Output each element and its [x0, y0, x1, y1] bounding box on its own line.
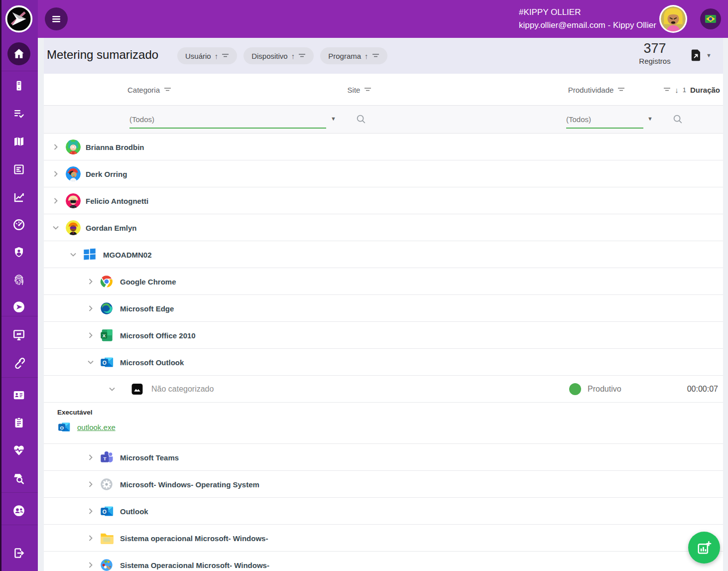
produtividade-filter-select[interactable]: (Todos)	[566, 111, 643, 129]
chevron-right-icon[interactable]	[86, 479, 96, 489]
excel-icon: X	[100, 328, 114, 342]
executable-file-link[interactable]: outlook.exe	[77, 423, 116, 431]
sidebar-item-logout[interactable]	[7, 542, 30, 565]
sidebar-item-gauge[interactable]	[7, 213, 30, 236]
user-row-felicio[interactable]: Felicio Antognetti	[44, 187, 723, 214]
send-circle-icon	[12, 300, 25, 313]
column-header-produtividade[interactable]: Produtividade	[537, 74, 656, 106]
filter-icon	[372, 53, 379, 59]
program-row-sistema-operacional-1[interactable]: Sistema operacional Microsoft- Windows-	[44, 525, 723, 552]
add-report-fab[interactable]	[688, 532, 720, 564]
chevron-down-icon[interactable]: ▼	[647, 116, 653, 122]
menu-button[interactable]	[45, 7, 68, 30]
avatar	[66, 220, 81, 235]
shield-account-icon	[13, 246, 25, 258]
sort-chip-usuario[interactable]: Usuário ↑	[177, 47, 237, 64]
program-row-edge[interactable]: Microsoft Edge	[44, 295, 723, 322]
program-row-windows-os[interactable]: Microsoft- Windows- Operating System	[44, 471, 723, 498]
sidebar-item-reports[interactable]	[7, 158, 30, 181]
avatar-kippy-icon	[661, 6, 686, 31]
link-icon	[12, 356, 25, 369]
sort-chip-programa[interactable]: Programa ↑	[320, 47, 387, 64]
program-row-sistema-operacional-2[interactable]: Sistema Operacional Microsoft- Windows-	[44, 552, 723, 571]
sidebar-item-fingerprint[interactable]	[7, 269, 30, 291]
chevron-right-icon[interactable]	[86, 330, 96, 340]
chevron-down-icon[interactable]	[107, 384, 117, 394]
list-check-icon	[13, 108, 25, 120]
metering-table: Categoria Site Produtividade ↓1 Duração	[44, 74, 723, 571]
sidebar-item-groups[interactable]	[7, 499, 30, 522]
svg-text:O: O	[60, 425, 64, 430]
records-counter: 377 Registros	[632, 41, 677, 65]
sidebar-item-devices[interactable]	[7, 74, 30, 97]
executable-detail: Executável O outlook.exe	[44, 403, 723, 444]
search-page-icon	[12, 472, 25, 485]
categoria-filter-select[interactable]: (Todos)	[129, 111, 326, 129]
user-avatar[interactable]	[659, 5, 687, 33]
sidebar-item-trend-chart[interactable]	[7, 186, 30, 209]
program-row-office2010[interactable]: X Microsoft Office 2010	[44, 322, 723, 349]
sort-chip-dispositivo[interactable]: Dispositivo ↑	[243, 47, 314, 64]
records-label: Registros	[632, 57, 677, 65]
column-header-site[interactable]: Site	[310, 74, 409, 106]
category-row-nao-categorizado[interactable]: Não categorizado Produtivo 00:00:07	[44, 376, 723, 403]
user-row-brianna[interactable]: Brianna Brodbin	[44, 134, 723, 160]
sidebar-item-sender[interactable]	[7, 295, 30, 318]
avatar	[66, 140, 81, 154]
filter-icon[interactable]	[364, 87, 371, 93]
program-row-outlook[interactable]: O Microsoft Outlook	[44, 349, 723, 376]
column-header-duracao[interactable]: ↓1 Duração	[663, 74, 720, 106]
chevron-down-icon: ▼	[706, 52, 712, 58]
filter-icon[interactable]	[663, 87, 671, 93]
chart-add-icon	[697, 540, 712, 555]
sidebar-item-contact-card[interactable]	[7, 384, 30, 407]
chevron-down-icon[interactable]	[51, 223, 61, 233]
chevron-right-icon[interactable]	[51, 169, 61, 179]
chevron-right-icon[interactable]	[51, 196, 61, 206]
chevron-right-icon[interactable]	[86, 560, 96, 570]
productivity-status-dot	[569, 383, 581, 395]
chevron-right-icon[interactable]	[51, 142, 61, 152]
sidebar-item-remote-desktop[interactable]	[7, 323, 30, 346]
chevron-down-icon[interactable]	[68, 250, 78, 260]
program-row-teams[interactable]: T Microsoft Teams	[44, 444, 723, 471]
site-search-button[interactable]	[356, 114, 366, 125]
user-tag: #KIPPY OLLIER	[519, 6, 656, 19]
sidebar-item-health[interactable]	[7, 439, 30, 462]
sidebar-item-map[interactable]	[7, 130, 30, 153]
chevron-right-icon[interactable]	[86, 533, 96, 543]
program-row-chrome[interactable]: Google Chrome	[44, 268, 723, 295]
program-row-outlook2[interactable]: O Outlook	[44, 498, 723, 525]
badge-account-icon	[12, 389, 25, 402]
svg-text:T: T	[103, 455, 106, 461]
sidebar-item-inspect[interactable]	[7, 467, 30, 490]
filter-icon[interactable]	[617, 87, 625, 93]
duracao-search-button[interactable]	[672, 114, 683, 125]
user-row-derk[interactable]: Derk Orring	[44, 160, 723, 187]
home-icon	[12, 47, 25, 60]
chevron-right-icon[interactable]	[86, 452, 96, 462]
sidebar-item-connections[interactable]	[7, 351, 30, 374]
export-button[interactable]: ▼	[690, 49, 712, 62]
hamburger-icon	[50, 13, 62, 25]
sidebar-nav	[0, 38, 38, 571]
sidebar-item-security-account[interactable]	[7, 241, 30, 264]
app-logo[interactable]	[0, 0, 38, 38]
device-row-mgoadmn02[interactable]: MGOADMN02	[44, 241, 723, 268]
chevron-down-icon[interactable]: ▼	[331, 116, 336, 122]
user-info[interactable]: #KIPPY OLLIER kippy.ollier@email.com - K…	[519, 6, 656, 32]
column-header-categoria[interactable]: Categoria	[90, 74, 209, 106]
filter-icon[interactable]	[164, 87, 171, 93]
chevron-down-icon[interactable]	[86, 357, 96, 367]
speedometer-icon	[12, 218, 25, 231]
chevron-right-icon[interactable]	[86, 303, 96, 313]
sidebar-item-home[interactable]	[7, 42, 30, 65]
language-flag-button[interactable]	[700, 8, 721, 29]
brazil-flag-icon	[705, 15, 716, 23]
folder-icon	[100, 532, 115, 545]
chevron-right-icon[interactable]	[86, 277, 96, 286]
user-row-gordan[interactable]: Gordan Emlyn	[44, 214, 723, 241]
chevron-right-icon[interactable]	[86, 506, 96, 516]
sidebar-item-clipboard[interactable]	[7, 411, 30, 434]
sidebar-item-activity-log[interactable]	[7, 102, 30, 125]
